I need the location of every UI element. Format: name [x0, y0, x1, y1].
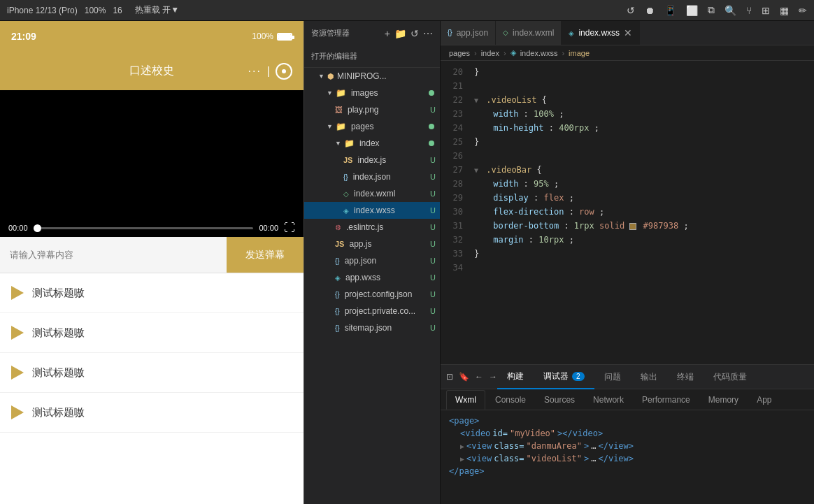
list-item[interactable]: 测试标题嗷 — [0, 393, 304, 433]
progress-line[interactable] — [34, 227, 254, 229]
mobile-icon[interactable]: 📱 — [664, 5, 676, 16]
bottom-tabs-bar: ⊡ 🔖 ← → 构建 调试器 2 问题 输出 — [441, 365, 814, 389]
expand-icon: ▼ — [318, 73, 324, 80]
layout-icon[interactable]: ⊡ — [446, 372, 453, 382]
refresh-icon[interactable]: ↺ — [410, 28, 419, 39]
video-title: 测试标题嗷 — [32, 326, 85, 340]
play-icon — [11, 326, 24, 340]
tree-project-config[interactable]: {} project.config.json U — [304, 286, 440, 303]
search-icon[interactable]: 🔍 — [724, 5, 736, 16]
add-file-icon[interactable]: + — [385, 28, 390, 39]
xml-tag: </page> — [449, 466, 485, 476]
xml-tag: <view — [466, 454, 492, 463]
sub-tab-console[interactable]: Console — [487, 390, 534, 410]
tree-app-wxss[interactable]: ◈ app.wxss U — [304, 269, 440, 286]
tree-project-private[interactable]: {} project.private.co... U — [304, 303, 440, 319]
js-icon: JS — [343, 156, 352, 164]
back-icon[interactable]: ← — [475, 372, 483, 382]
xml-line-danmu: ▶ <view class= "danmuArea" > … </view> — [449, 440, 806, 452]
tree-index-js[interactable]: JS index.js U — [304, 152, 440, 168]
tab-debugger[interactable]: 构建 — [497, 365, 534, 389]
tree-app-json[interactable]: {} app.json U — [304, 252, 440, 269]
tree-index-wxml[interactable]: ◇ index.wxml U — [304, 185, 440, 202]
breadcrumb-item: index.wxss — [520, 49, 558, 57]
copy-icon[interactable]: ⧉ — [708, 4, 715, 16]
more-icon[interactable]: ··· — [248, 65, 262, 78]
breadcrumb-sep: › — [562, 49, 564, 57]
layout-icon[interactable]: ▦ — [780, 5, 789, 16]
sub-tab-network[interactable]: Network — [585, 390, 632, 410]
expand-icon[interactable]: ▶ — [460, 455, 464, 463]
collapse-icon[interactable]: ⋯ — [423, 28, 433, 39]
fullscreen-icon[interactable]: ⛶ — [284, 222, 295, 234]
tree-index-folder[interactable]: ▼ 📁 index — [304, 135, 440, 152]
video-title: 测试标题嗷 — [32, 366, 85, 380]
breadcrumb-item: image — [569, 49, 590, 57]
xml-tag: <page> — [449, 416, 479, 426]
sub-tab-performance[interactable]: Performance — [634, 390, 699, 410]
xml-tag: </view> — [598, 454, 634, 463]
tab-code-quality[interactable]: 代码质量 — [704, 365, 757, 389]
xml-value: "danmuArea" — [527, 441, 582, 451]
tree-index-wxss[interactable]: ◈ index.wxss U — [304, 202, 440, 219]
tab-label: index.wxss — [578, 28, 620, 38]
expand-icon[interactable]: ▶ — [460, 442, 464, 450]
list-item[interactable]: 测试标题嗷 — [0, 313, 304, 353]
code-content[interactable]: } ▼ .videoList { width : 100% ; min-heig… — [469, 61, 814, 364]
tab-problems[interactable]: 问题 — [594, 365, 631, 389]
tree-sitemap[interactable]: {} sitemap.json U — [304, 319, 440, 336]
danmu-send-button[interactable]: 发送弹幕 — [227, 237, 304, 273]
sub-tab-sources[interactable]: Sources — [536, 390, 583, 410]
tab-close-icon[interactable]: ✕ — [624, 27, 632, 38]
git-icon[interactable]: ⑂ — [746, 5, 752, 16]
window-icon[interactable]: ⬜ — [686, 5, 698, 16]
tree-eslintrc[interactable]: ⚙ .eslintrc.js U — [304, 219, 440, 236]
tree-item-label: index.json — [353, 172, 391, 182]
wxss-icon: ◈ — [510, 48, 516, 57]
tab-output[interactable]: 输出 — [631, 365, 667, 389]
tab-app-json[interactable]: {} app.json — [441, 21, 496, 45]
add-folder-icon[interactable]: 📁 — [394, 28, 406, 39]
bottom-sub-tabs: Wxml Console Sources Network Performance… — [441, 389, 814, 410]
project-label: MINIPROG... — [337, 71, 387, 81]
record-icon[interactable]: ⏺ — [645, 5, 655, 16]
tree-pages-folder[interactable]: ▼ 📁 pages — [304, 118, 440, 135]
json-icon: {} — [448, 29, 452, 36]
open-editors-label[interactable]: 打开的编辑器 — [304, 48, 440, 64]
badge-u: U — [430, 189, 436, 198]
json-icon: {} — [343, 173, 348, 181]
tab-index-wxml[interactable]: ◇ index.wxml — [496, 21, 562, 45]
sub-tab-wxml[interactable]: Wxml — [446, 390, 485, 410]
json-icon: {} — [335, 324, 340, 332]
code-line-29: display : flex ; — [474, 191, 814, 205]
sub-tab-memory[interactable]: Memory — [700, 390, 747, 410]
tab-terminal[interactable]: 终端 — [667, 365, 704, 389]
record-dot — [282, 69, 286, 73]
json-icon: {} — [335, 257, 340, 265]
tree-images-folder[interactable]: ▼ 📁 images — [304, 85, 440, 101]
danmu-input-area: 发送弹幕 — [0, 237, 304, 273]
list-item[interactable]: 测试标题嗷 — [0, 273, 304, 313]
grid-icon[interactable]: ⊞ — [762, 5, 770, 16]
tree-app-js[interactable]: JS app.js U — [304, 236, 440, 252]
record-button[interactable] — [276, 63, 292, 80]
undo-icon[interactable]: ↺ — [627, 5, 635, 16]
tree-index-json[interactable]: {} index.json U — [304, 168, 440, 185]
wxss-icon: ◈ — [569, 29, 574, 37]
modified-dot — [429, 124, 434, 129]
battery-percent: 100% — [252, 31, 273, 41]
tree-project-root[interactable]: ▼ ⬢ MINIPROG... — [304, 68, 440, 85]
xml-tag: > — [584, 454, 589, 463]
sub-tab-app[interactable]: App — [748, 390, 780, 410]
danmu-input[interactable] — [0, 237, 227, 273]
video-area[interactable]: 00:00 00:00 ⛶ — [0, 90, 304, 237]
pen-icon[interactable]: ✏ — [799, 5, 807, 16]
tree-play-png[interactable]: 🖼 play.png U — [304, 101, 440, 118]
list-item[interactable]: 测试标题嗷 — [0, 353, 304, 393]
code-line-25: } — [474, 135, 814, 149]
bookmark-icon[interactable]: 🔖 — [459, 372, 469, 382]
forward-icon[interactable]: → — [489, 372, 497, 382]
tab-debugger-active[interactable]: 调试器 2 — [534, 365, 594, 389]
tab-index-wxss[interactable]: ◈ index.wxss ✕ — [562, 21, 640, 45]
reload-button[interactable]: 热重载 开▼ — [135, 4, 179, 16]
